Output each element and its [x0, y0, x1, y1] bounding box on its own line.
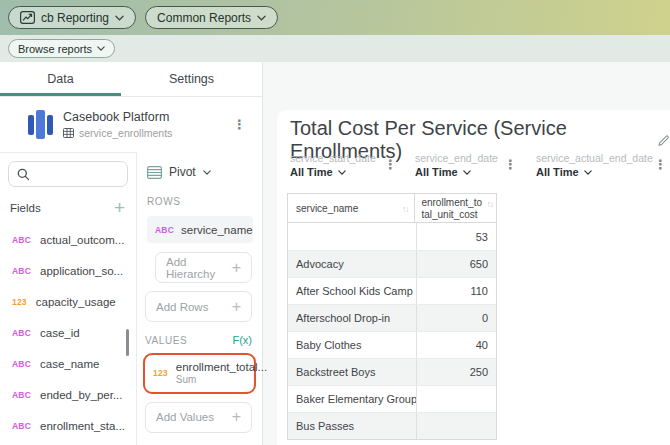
browse-reports-button[interactable]: Browse reports: [8, 39, 115, 58]
field-search-input[interactable]: [8, 161, 128, 187]
filter-menu-button[interactable]: [384, 157, 397, 172]
filter-service-start-date[interactable]: service_start_date All Time: [290, 152, 376, 178]
fields-scrollbar[interactable]: [126, 329, 129, 356]
field-item-case-name[interactable]: ABC case_name: [0, 348, 136, 379]
browse-reports-label: Browse reports: [18, 43, 92, 55]
chevron-down-icon: [97, 46, 105, 51]
filter-service-actual-end-date[interactable]: service_actual_end_date All Time: [536, 152, 653, 178]
number-type-badge: 123: [12, 297, 27, 307]
values-section-heading: VALUES: [145, 335, 187, 346]
visualization-type-label: Pivot: [169, 165, 196, 179]
filter-menu-button[interactable]: [654, 157, 667, 172]
chevron-down-icon: [115, 15, 124, 21]
add-rows-button[interactable]: Add Rows: [145, 291, 252, 322]
filter-service-end-date[interactable]: service_end_date All Time: [415, 152, 498, 178]
string-type-badge: ABC: [12, 359, 31, 369]
table-row: 53: [288, 223, 496, 250]
field-item-capacity-usage[interactable]: 123 capacity_usage: [0, 286, 136, 317]
add-field-icon[interactable]: [114, 201, 125, 215]
table-row: Bus Passes: [288, 412, 496, 439]
data-source-info: Casebook Platform service_enrollments: [63, 110, 172, 139]
field-list: ABC actual_outcom... ABC application_so.…: [0, 224, 136, 441]
string-type-badge: ABC: [12, 390, 31, 400]
chart-icon: [20, 11, 35, 24]
cb-reporting-menu[interactable]: cb Reporting: [8, 6, 136, 29]
field-item-enrollment-status[interactable]: ABC enrollment_sta...: [0, 410, 136, 441]
source-menu-button[interactable]: [233, 117, 246, 132]
pivot-config-column: Pivot ROWS ABC service_name Add Hierarch…: [138, 152, 262, 445]
table-row: After School Kids Camp 110: [288, 277, 496, 304]
table-grid-icon: [63, 128, 74, 138]
data-config-panel: Data Settings Casebook Platform service_…: [0, 62, 263, 445]
pivot-result-table: service_name enrollment_to tal_unit_cost…: [287, 193, 497, 440]
visualization-type-dropdown[interactable]: Pivot: [147, 165, 262, 179]
table-row: Backstreet Boys 250: [288, 358, 496, 385]
sort-icon: [402, 204, 409, 214]
value-field-chip-highlighted[interactable]: 123 enrollment_total... Sum: [143, 353, 256, 394]
string-type-badge: ABC: [12, 266, 31, 276]
table-header-row: service_name enrollment_to tal_unit_cost: [288, 194, 496, 223]
add-hierarchy-button[interactable]: Add Hierarchy: [155, 252, 252, 283]
report-card: Total Cost Per Service (Service Enrollme…: [277, 110, 670, 445]
filter-menu-button[interactable]: [504, 157, 517, 172]
chevron-down-icon: [203, 170, 211, 175]
common-reports-menu[interactable]: Common Reports: [145, 6, 278, 29]
row-field-chip[interactable]: ABC service_name: [147, 216, 253, 243]
table-row: Afterschool Drop-in 0: [288, 304, 496, 331]
string-type-badge: ABC: [12, 328, 31, 338]
column-header-service-name[interactable]: service_name: [288, 194, 414, 222]
add-icon: [232, 259, 241, 277]
chevron-down-icon: [257, 15, 266, 21]
add-values-button[interactable]: Add Values: [145, 402, 252, 433]
database-icon: [28, 110, 53, 139]
edit-title-icon[interactable]: [657, 133, 670, 148]
reporting-app: cb Reporting Common Reports Browse repor…: [0, 0, 670, 445]
add-icon: [232, 408, 241, 426]
common-reports-label: Common Reports: [157, 11, 251, 25]
table-row: Advocacy 650: [288, 250, 496, 277]
top-app-bar: cb Reporting Common Reports: [0, 0, 670, 35]
add-icon: [232, 298, 241, 316]
tab-data[interactable]: Data: [0, 62, 121, 96]
table-row: Baker Elementary Group The...: [288, 385, 496, 412]
panel-tabbar: Data Settings: [0, 62, 262, 97]
tab-settings[interactable]: Settings: [121, 62, 262, 96]
rows-section-heading: ROWS: [147, 196, 262, 207]
cb-reporting-label: cb Reporting: [41, 11, 109, 25]
column-header-enrollment-total-unit-cost[interactable]: enrollment_to tal_unit_cost: [414, 194, 496, 222]
secondary-bar: Browse reports: [0, 35, 670, 62]
chevron-down-icon: [338, 170, 346, 175]
data-source-name: Casebook Platform: [63, 110, 172, 124]
field-item-case-id[interactable]: ABC case_id: [0, 317, 136, 348]
value-field-name: enrollment_total...: [176, 360, 267, 374]
table-row: Baby Clothes 40: [288, 331, 496, 358]
data-source-table: service_enrollments: [79, 127, 172, 139]
string-type-badge: ABC: [155, 225, 174, 235]
formula-fx-button[interactable]: F(x): [232, 334, 252, 346]
chevron-down-icon: [584, 170, 592, 175]
string-type-badge: ABC: [12, 421, 31, 431]
string-type-badge: ABC: [12, 235, 31, 245]
field-item-ended-by-person[interactable]: ABC ended_by_per...: [0, 379, 136, 410]
field-item-application-source[interactable]: ABC application_so...: [0, 255, 136, 286]
number-type-badge: 123: [153, 368, 168, 378]
field-item-actual-outcome[interactable]: ABC actual_outcom...: [0, 224, 136, 255]
fields-heading: Fields: [10, 202, 41, 214]
data-source-row[interactable]: Casebook Platform service_enrollments: [0, 97, 262, 152]
chevron-down-icon: [463, 170, 471, 175]
pivot-table-icon: [147, 166, 162, 179]
sort-icon: [487, 199, 494, 209]
search-icon: [17, 168, 30, 181]
fields-column: Fields ABC actual_outcom... ABC applicat…: [0, 152, 137, 445]
value-aggregation-label: Sum: [176, 374, 267, 387]
